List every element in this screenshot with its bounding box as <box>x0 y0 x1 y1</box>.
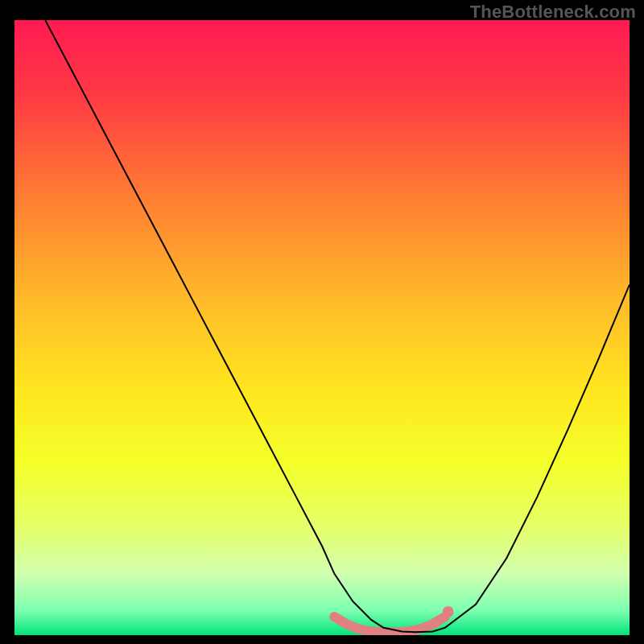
current-point-marker <box>443 606 454 617</box>
gradient-background <box>14 20 630 635</box>
plot-area <box>14 20 630 635</box>
chart-frame: TheBottleneck.com <box>0 0 644 644</box>
watermark-text: TheBottleneck.com <box>470 2 636 23</box>
chart-svg <box>14 20 630 635</box>
